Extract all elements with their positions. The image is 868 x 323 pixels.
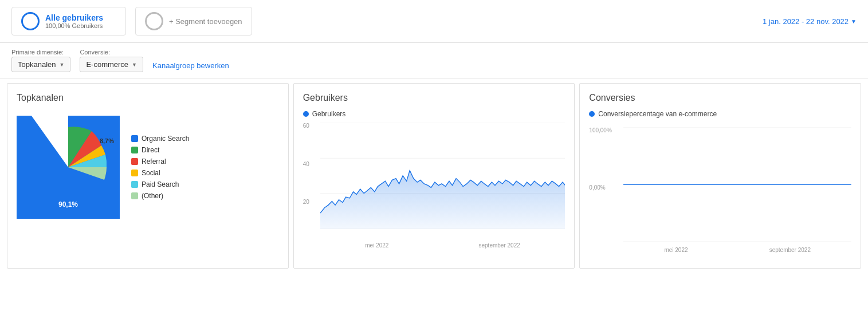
conv-y-bottom: 0,00% xyxy=(589,184,611,191)
segment2-box[interactable]: + Segment toevoegen xyxy=(135,7,252,36)
legend-label-text: Organic Search xyxy=(142,135,189,143)
legend-item: Referral xyxy=(131,157,189,166)
segment2-circle xyxy=(145,12,163,30)
pie-legend: Organic SearchDirectReferralSocialPaid S… xyxy=(131,135,189,200)
conversies-chart-area: 100,00% 0,00% mei 2022 september 2022 xyxy=(589,127,851,253)
topkanalen-title: Topkanalen xyxy=(17,93,279,103)
legend-label-text: (Other) xyxy=(142,192,163,200)
conversies-x-axis: mei 2022 september 2022 xyxy=(623,247,851,253)
y-label-60: 60 xyxy=(303,123,309,129)
gebruikers-line-svg xyxy=(320,123,565,229)
conv-y-top: 100,00% xyxy=(589,127,611,133)
topkanalen-panel: Topkanalen 90,1% 8,7% xyxy=(7,83,289,269)
pie-label-small: 8,7% xyxy=(100,137,114,144)
gebruikers-y-axis: 60 40 20 xyxy=(303,123,309,249)
top-bar: Alle gebruikers 100,00% Gebruikers + Seg… xyxy=(0,0,868,43)
legend-item: Paid Search xyxy=(131,180,189,188)
main-content: Topkanalen 90,1% 8,7% xyxy=(0,78,868,273)
conversies-y-axis: 100,00% 0,00% xyxy=(589,127,611,253)
conversies-legend-label: Conversiepercentage van e-commerce xyxy=(598,110,717,118)
segment1-circle xyxy=(21,12,40,30)
legend-label-text: Referral xyxy=(142,157,166,166)
legend-item: (Other) xyxy=(131,192,189,200)
legend-label-text: Social xyxy=(142,169,160,177)
legend-color-dot xyxy=(131,147,138,153)
conversies-title: Conversies xyxy=(589,93,851,103)
date-range-arrow: ▼ xyxy=(851,18,857,25)
legend-item: Organic Search xyxy=(131,135,189,143)
gebruikers-legend: Gebruikers xyxy=(303,110,565,118)
y-label-40: 40 xyxy=(303,161,309,167)
segment1-subtitle: 100,00% Gebruikers xyxy=(45,22,103,29)
segments-area: Alle gebruikers 100,00% Gebruikers + Seg… xyxy=(11,7,252,36)
segment1-info: Alle gebruikers 100,00% Gebruikers xyxy=(45,13,103,29)
y-label-20: 20 xyxy=(303,199,309,205)
legend-color-dot xyxy=(131,135,138,142)
segment1-title: Alle gebruikers xyxy=(45,13,103,22)
legend-color-dot xyxy=(131,181,138,188)
conversion-group: Conversie: E-commerce ▼ xyxy=(80,49,143,72)
conversion-dropdown[interactable]: E-commerce ▼ xyxy=(80,57,143,72)
date-range-picker[interactable]: 1 jan. 2022 - 22 nov. 2022 ▼ xyxy=(763,17,857,26)
edit-channel-group-button[interactable]: Kanaalgroep bewerken xyxy=(152,61,229,70)
conversies-panel: Conversies Conversiepercentage van e-com… xyxy=(579,83,861,269)
primary-dimension-label: Primaire dimensie: xyxy=(11,49,70,56)
date-range-text: 1 jan. 2022 - 22 nov. 2022 xyxy=(763,17,849,26)
pie-label-main: 90,1% xyxy=(58,200,78,208)
primary-dimension-group: Primaire dimensie: Topkanalen ▼ xyxy=(11,49,70,72)
gebruikers-title: Gebruikers xyxy=(303,93,565,103)
controls-bar: Primaire dimensie: Topkanalen ▼ Conversi… xyxy=(0,43,868,78)
conv-x-sep: september 2022 xyxy=(769,247,811,253)
primary-dimension-caret: ▼ xyxy=(60,62,65,68)
conversion-label: Conversie: xyxy=(80,49,143,56)
primary-dimension-dropdown[interactable]: Topkanalen ▼ xyxy=(11,57,70,72)
conversies-svg xyxy=(623,127,851,242)
legend-color-dot xyxy=(131,170,138,176)
gebruikers-chart-area: 60 40 20 xyxy=(303,123,565,249)
add-segment-label: + Segment toevoegen xyxy=(169,17,242,26)
primary-dimension-value: Topkanalen xyxy=(18,60,56,69)
legend-label-text: Paid Search xyxy=(142,180,179,188)
legend-item: Social xyxy=(131,169,189,177)
conversion-caret: ▼ xyxy=(132,62,137,68)
legend-label-text: Direct xyxy=(142,146,159,154)
conversies-legend: Conversiepercentage van e-commerce xyxy=(589,110,851,118)
x-label-sep: september 2022 xyxy=(479,242,520,249)
gebruikers-x-axis: mei 2022 september 2022 xyxy=(320,242,565,249)
conversion-value: E-commerce xyxy=(86,60,128,69)
x-label-mei: mei 2022 xyxy=(365,242,388,249)
pie-chart: 90,1% 8,7% xyxy=(17,116,120,219)
legend-item: Direct xyxy=(131,146,189,154)
gebruikers-panel: Gebruikers Gebruikers 60 40 20 xyxy=(293,83,575,269)
segment1-box[interactable]: Alle gebruikers 100,00% Gebruikers xyxy=(11,7,126,36)
gebruikers-dot xyxy=(303,111,309,117)
legend-color-dot xyxy=(131,158,138,165)
gebruikers-legend-label: Gebruikers xyxy=(312,110,346,118)
pie-content: 90,1% 8,7% Organic SearchDirectReferralS… xyxy=(17,116,279,219)
conversies-dot xyxy=(589,111,595,117)
conv-x-mei: mei 2022 xyxy=(664,247,688,253)
legend-color-dot xyxy=(131,192,138,199)
svg-marker-5 xyxy=(320,171,565,229)
